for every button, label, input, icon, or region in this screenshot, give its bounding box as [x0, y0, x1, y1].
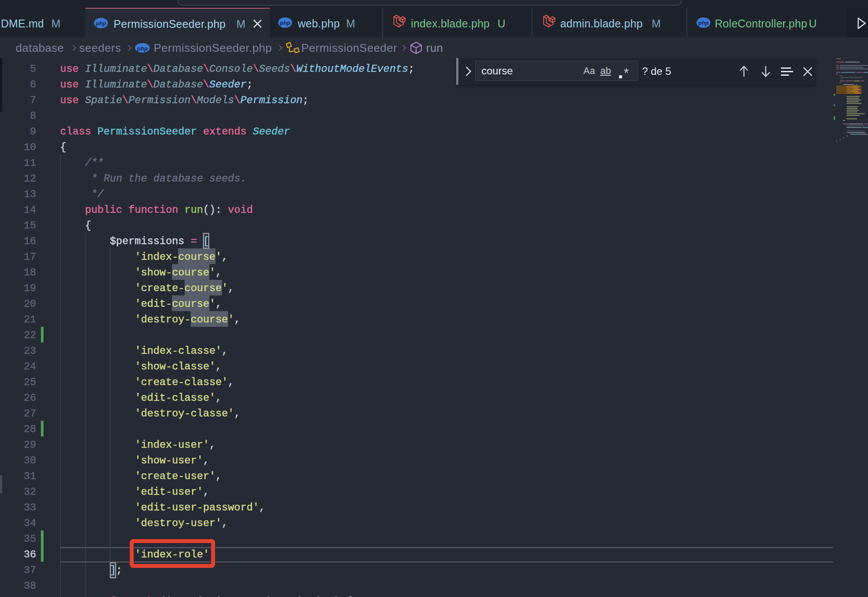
- svg-text:php: php: [279, 20, 290, 26]
- svg-text:*: *: [624, 67, 629, 80]
- svg-text:php: php: [95, 20, 106, 27]
- svg-text:php: php: [137, 45, 148, 51]
- svg-text:php: php: [698, 20, 709, 26]
